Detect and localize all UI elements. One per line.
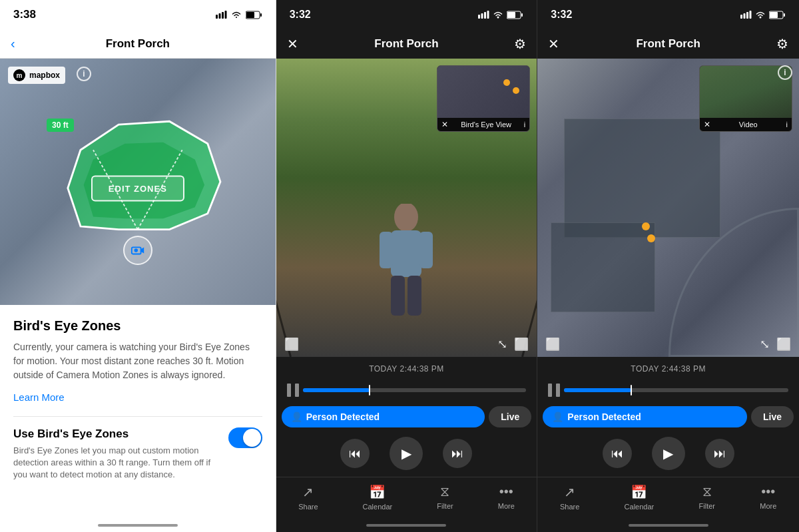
phone-2: 3:32 ✕ Front Porch ⚙ — [276, 0, 538, 532]
gear-button-2[interactable]: ⚙ — [514, 36, 526, 52]
timeline-2[interactable] — [276, 377, 537, 403]
svg-rect-15 — [481, 13, 483, 19]
nav-title-1: Front Porch — [106, 37, 170, 51]
pip-label-bar-3: ✕ Video i — [700, 118, 792, 131]
svg-rect-34 — [770, 12, 778, 18]
timeline-needle-2 — [369, 385, 370, 396]
live-pill-2[interactable]: Live — [489, 406, 531, 427]
pip-label-text-3: Video — [739, 121, 758, 129]
back-button[interactable]: ‹ — [11, 36, 15, 51]
svg-rect-23 — [391, 230, 421, 277]
building-1 — [564, 119, 721, 238]
tab-more-3[interactable]: ••• More — [760, 484, 776, 511]
signal-icon-3 — [740, 11, 752, 19]
play-button-3[interactable]: ▶ — [652, 437, 685, 470]
clip-icon-3[interactable]: ⬜ — [545, 337, 560, 352]
filter-label-2: Filter — [437, 502, 453, 510]
pip-close-3[interactable]: ✕ — [704, 120, 710, 129]
mapbox-logo: m mapbox — [8, 67, 65, 84]
skip-back-button-2[interactable]: ⏮ — [340, 439, 370, 468]
tab-filter-3[interactable]: ⧖ Filter — [699, 484, 715, 511]
gear-button-3[interactable]: ⚙ — [776, 36, 788, 52]
tab-calendar-3[interactable]: 📅 Calendar — [625, 484, 655, 511]
svg-rect-21 — [521, 13, 523, 17]
pip-info-3[interactable]: i — [786, 121, 788, 129]
person-detected-label-3: Person Detected — [567, 411, 641, 422]
calendar-label-3: Calendar — [625, 503, 655, 511]
timeline-bar-3[interactable] — [564, 388, 788, 392]
birds-eye-pip-2[interactable]: ✕ Bird's Eye View i — [437, 65, 530, 132]
tab-bar-3: ↗ Share 📅 Calendar ⧖ Filter ••• More — [537, 477, 799, 519]
learn-more-link[interactable]: Learn More — [13, 392, 262, 403]
tab-share-3[interactable]: ↗ Share — [560, 484, 579, 511]
timestamp-row-3: TODAY 2:44:38 PM — [537, 357, 799, 377]
tab-more-2[interactable]: ••• More — [498, 484, 515, 511]
svg-rect-29 — [744, 13, 746, 19]
play-button-2[interactable]: ▶ — [390, 437, 423, 470]
svg-point-18 — [497, 17, 499, 19]
share-label-3: Share — [560, 503, 579, 511]
person-silhouette — [370, 204, 443, 330]
svg-rect-35 — [784, 13, 785, 17]
svg-rect-5 — [246, 12, 254, 18]
svg-point-32 — [760, 17, 762, 19]
tab-calendar-2[interactable]: 📅 Calendar — [363, 484, 393, 511]
close-button-3[interactable]: ✕ — [548, 36, 559, 52]
live-label-2: Live — [501, 411, 519, 422]
timeline-bar-2[interactable] — [303, 388, 527, 392]
skip-forward-icon-3: ⏭ — [714, 447, 726, 461]
timeline-3[interactable] — [537, 377, 799, 403]
toggle-description: Bird's Eye Zones let you map out custom … — [13, 445, 213, 481]
video-area-3: ✕ Video i i ⬜ ⤡ ⬜ — [537, 59, 799, 357]
filter-icon-2: ⧖ — [440, 484, 449, 499]
toggle-switch[interactable] — [228, 427, 262, 448]
aerial-info-button[interactable]: i — [778, 65, 792, 80]
map-area[interactable]: m mapbox i 30 ft EDIT ZONES — [0, 59, 276, 305]
nav-title-3: Front Porch — [636, 37, 700, 51]
person-detected-pill-3[interactable]: 👤 Person Detected — [543, 406, 747, 427]
toggle-text: Use Bird's Eye Zones Bird's Eye Zones le… — [13, 427, 213, 481]
calendar-label-2: Calendar — [363, 503, 393, 511]
zone-overlay: 30 ft EDIT ZONES — [20, 99, 256, 278]
aerial-dot-2 — [647, 234, 655, 242]
status-icons-2 — [478, 11, 523, 19]
motion-dot-1 — [503, 79, 510, 86]
clip-icon-2[interactable]: ⬜ — [284, 337, 299, 352]
close-button-2[interactable]: ✕ — [287, 36, 298, 52]
wifi-icon-3 — [755, 11, 766, 19]
section-title: Bird's Eye Zones — [13, 318, 262, 334]
signal-icon — [216, 11, 227, 19]
live-pill-3[interactable]: Live — [751, 406, 794, 427]
expand-icon-2[interactable]: ⬜ — [514, 337, 529, 352]
svg-rect-6 — [260, 13, 262, 17]
person-detected-pill-2[interactable]: 👤 Person Detected — [282, 406, 485, 427]
mapbox-icon: m — [13, 69, 25, 81]
play-icon-3: ▶ — [663, 445, 673, 461]
timeline-progress-3 — [564, 388, 631, 392]
tab-bar-2: ↗ Share 📅 Calendar ⧖ Filter ••• More — [276, 477, 537, 519]
tab-share-2[interactable]: ↗ Share — [298, 484, 318, 511]
toggle-row: Use Bird's Eye Zones Bird's Eye Zones le… — [13, 416, 262, 481]
tab-filter-2[interactable]: ⧖ Filter — [437, 484, 453, 511]
skip-forward-button-2[interactable]: ⏭ — [443, 439, 472, 468]
status-icons-1 — [216, 11, 262, 19]
skip-back-button-3[interactable]: ⏮ — [603, 439, 632, 468]
pip-info-2[interactable]: i — [524, 121, 525, 129]
svg-rect-1 — [218, 13, 220, 19]
wifi-icon-2 — [493, 11, 503, 19]
camera-icon — [123, 236, 152, 265]
skip-forward-button-3[interactable]: ⏭ — [705, 439, 734, 468]
svg-rect-30 — [746, 12, 748, 19]
filter-label-3: Filter — [699, 502, 715, 510]
expand-icon-3[interactable]: ⬜ — [776, 337, 791, 352]
compress-icon-2[interactable]: ⤡ — [497, 337, 507, 352]
pip-close-2[interactable]: ✕ — [441, 120, 448, 129]
building-2 — [551, 222, 655, 312]
battery-icon-2 — [507, 11, 523, 19]
svg-rect-3 — [224, 11, 226, 19]
compress-icon-3[interactable]: ⤡ — [760, 337, 770, 352]
status-bar-2: 3:32 — [276, 0, 537, 29]
info-button[interactable]: i — [77, 67, 91, 81]
edit-zones-button[interactable]: EDIT ZONES — [91, 176, 184, 202]
toggle-label: Use Bird's Eye Zones — [13, 427, 213, 441]
